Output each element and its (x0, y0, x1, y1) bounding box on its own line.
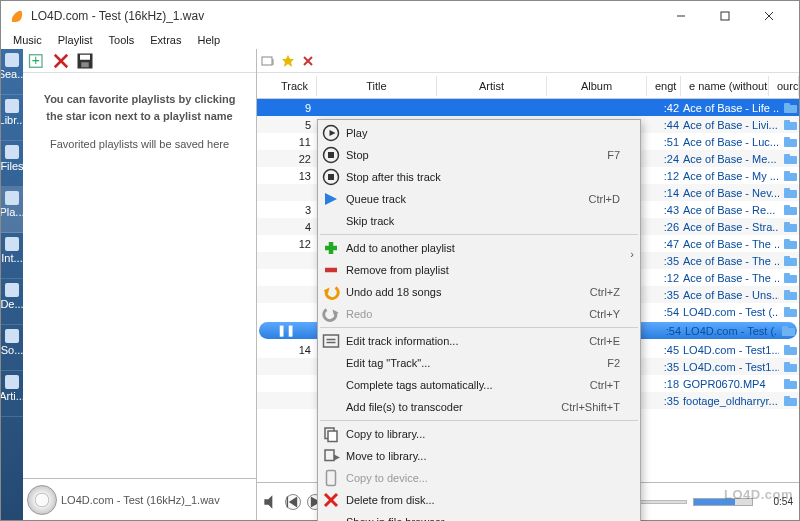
menu-item[interactable]: Remove from playlist (318, 259, 640, 281)
sidebar-tab-label: Arti... (1, 390, 23, 402)
col-title[interactable]: Title (317, 76, 437, 96)
album-art-icon (27, 485, 57, 515)
minimize-button[interactable] (659, 2, 703, 30)
menu-item-shortcut: Ctrl+T (590, 379, 620, 391)
blank-icon (322, 514, 340, 521)
sidebar-tab[interactable]: Pla... (1, 187, 23, 233)
svg-rect-71 (324, 335, 339, 347)
menu-item[interactable]: Add to another playlist (318, 237, 640, 259)
menu-item[interactable]: Undo add 18 songsCtrl+Z (318, 281, 640, 303)
menu-item[interactable]: Edit track information...Ctrl+E (318, 330, 640, 352)
close-button[interactable] (747, 2, 791, 30)
menu-item[interactable]: Copy to library... (318, 423, 640, 445)
row-filename: Ace of Base - Uns... (681, 289, 779, 301)
menu-item[interactable]: Move to library... (318, 445, 640, 467)
row-filename: LO4D.com - Test1... (681, 344, 779, 356)
svg-text:+: + (32, 52, 40, 67)
menu-item[interactable]: StopF7 (318, 144, 640, 166)
menu-item-label: Stop (346, 149, 601, 161)
blank-icon (322, 355, 340, 371)
sidebar-tab[interactable]: Arti... (1, 371, 23, 417)
svg-rect-19 (784, 120, 790, 123)
stop-after-icon (322, 169, 340, 185)
row-filename: Ace of Base - Me... (681, 153, 779, 165)
prev-button[interactable] (285, 494, 301, 510)
col-length[interactable]: engt (647, 76, 681, 96)
col-source[interactable]: ourc (769, 76, 799, 96)
svg-rect-47 (784, 362, 790, 365)
delete-playlist-button[interactable] (51, 51, 71, 71)
sidebar-tab[interactable]: Int... (1, 233, 23, 279)
row-filename: GOPR0670.MP4 (681, 378, 779, 390)
app-window: LO4D.com - Test (16kHz)_1.wav Music Play… (0, 0, 800, 521)
menu-item-label: Edit tag "Track"... (346, 357, 601, 369)
row-length: :54 (649, 325, 683, 337)
menu-item[interactable]: Show in file browser... (318, 511, 640, 521)
sidebar-tab[interactable]: Sea... (1, 49, 23, 95)
col-album[interactable]: Album (547, 76, 647, 96)
play-icon (322, 125, 340, 141)
close-tab-button[interactable] (301, 54, 315, 68)
menu-item[interactable]: Edit tag "Track"...F2 (318, 352, 640, 374)
svg-marker-60 (330, 130, 336, 136)
titlebar: LO4D.com - Test (16kHz)_1.wav (1, 1, 799, 31)
menu-item-label: Remove from playlist (346, 264, 620, 276)
row-filename: Ace of Base - The ... (681, 255, 779, 267)
svg-rect-78 (327, 471, 336, 486)
menu-item-label: Add file(s) to transcoder (346, 401, 555, 413)
menu-item[interactable]: Delete from disk... (318, 489, 640, 511)
menu-playlist[interactable]: Playlist (52, 33, 99, 47)
menu-tools[interactable]: Tools (103, 33, 141, 47)
table-row[interactable]: 9:42Ace of Base - Life ... (257, 99, 799, 116)
menu-item[interactable]: Add file(s) to transcoderCtrl+Shift+T (318, 396, 640, 418)
svg-rect-37 (784, 273, 790, 276)
menu-item[interactable]: Complete tags automatically...Ctrl+T (318, 374, 640, 396)
delete-icon (322, 492, 340, 508)
menu-item-label: Copy to library... (346, 428, 620, 440)
save-playlist-button[interactable] (75, 51, 95, 71)
volume-icon[interactable] (263, 494, 279, 510)
svg-rect-30 (784, 224, 797, 232)
menu-music[interactable]: Music (7, 33, 48, 47)
menu-item-label: Play (346, 127, 620, 139)
sidebar-tab[interactable]: De... (1, 279, 23, 325)
row-length: :43 (647, 204, 681, 216)
col-artist[interactable]: Artist (437, 76, 547, 96)
sidebar-tab[interactable]: Files (1, 141, 23, 187)
row-tracknum: 11 (257, 136, 317, 148)
sidebar-tab[interactable]: Libr... (1, 95, 23, 141)
svg-rect-50 (784, 398, 797, 406)
row-filename: Ace of Base - Re... (681, 204, 779, 216)
row-tracknum: 14 (257, 344, 317, 356)
svg-rect-64 (328, 174, 334, 180)
col-track[interactable]: Track (257, 76, 317, 96)
menu-item[interactable]: Queue trackCtrl+D (318, 188, 640, 210)
row-filename: Ace of Base - Livi... (681, 119, 779, 131)
menu-item[interactable]: Skip track (318, 210, 640, 232)
svg-marker-13 (282, 55, 294, 67)
row-filename: Ace of Base - Nev... (681, 187, 779, 199)
sidebar-tab-label: De... (1, 298, 23, 310)
folder-icon (783, 136, 799, 148)
window-buttons (659, 2, 791, 30)
sidebar-tab-icon (5, 99, 19, 113)
col-filename[interactable]: e name (without pa (681, 76, 769, 96)
new-playlist-button[interactable]: + (27, 51, 47, 71)
svg-rect-31 (784, 222, 790, 225)
svg-rect-43 (782, 326, 788, 329)
svg-marker-52 (264, 495, 272, 508)
new-tab-button[interactable] (261, 54, 275, 68)
menu-extras[interactable]: Extras (144, 33, 187, 47)
sidebar-tab[interactable]: So... (1, 325, 23, 371)
copy-icon (322, 426, 340, 442)
menu-item[interactable]: Stop after this track (318, 166, 640, 188)
menu-separator (320, 327, 638, 328)
menu-help[interactable]: Help (191, 33, 226, 47)
folder-icon (783, 289, 799, 301)
maximize-button[interactable] (703, 2, 747, 30)
svg-rect-20 (784, 139, 797, 147)
star-button[interactable] (281, 54, 295, 68)
row-length: :14 (647, 187, 681, 199)
menu-item[interactable]: Play (318, 122, 640, 144)
row-length: :26 (647, 221, 681, 233)
